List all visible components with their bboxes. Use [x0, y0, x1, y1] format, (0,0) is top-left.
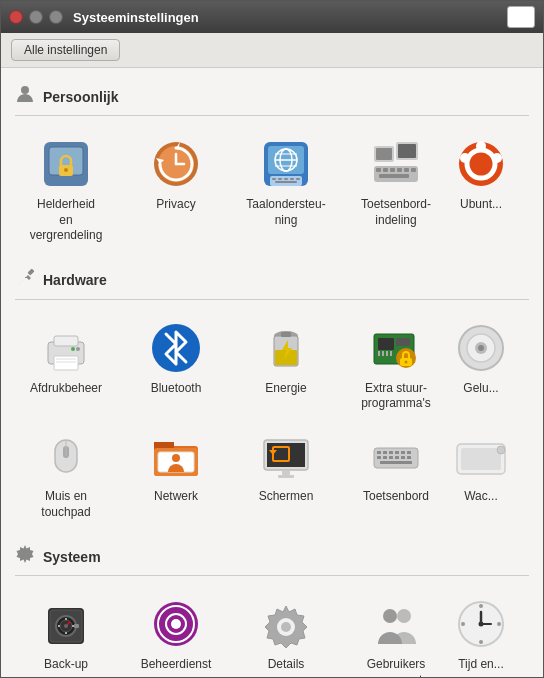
app-icon-energie[interactable]: Energie	[231, 312, 341, 420]
svg-point-46	[76, 347, 80, 351]
svg-rect-25	[398, 144, 416, 158]
svg-rect-28	[383, 168, 388, 172]
privacy-icon-img	[148, 136, 204, 192]
search-input-titlebar[interactable]	[507, 6, 535, 28]
divider-persoonlijk	[15, 115, 529, 116]
app-icon-details[interactable]: Details	[231, 588, 341, 677]
toetsenbord-icon-img	[368, 428, 424, 484]
svg-rect-90	[407, 451, 411, 454]
privacy-label: Privacy	[156, 197, 195, 213]
bluetooth-label: Bluetooth	[151, 381, 202, 397]
main-content: Persoonlijk Helderheidenvergren	[1, 68, 543, 677]
afdrukbeheer-icon-img	[38, 320, 94, 376]
app-icon-extra-stuurprogrammas[interactable]: Extra stuur-programma's	[341, 312, 451, 420]
beheerdienst-icon-img	[148, 596, 204, 652]
svg-rect-99	[461, 448, 501, 470]
svg-rect-32	[411, 168, 416, 172]
backup-icon-img	[38, 596, 94, 652]
schermen-label: Schermen	[259, 489, 314, 505]
maximize-button[interactable]	[49, 10, 63, 24]
netwerk-label: Netwerk	[154, 489, 198, 505]
svg-point-128	[479, 622, 484, 627]
toetsenbord-label: Toetsenbord	[363, 489, 429, 505]
section-label-systeem: Systeem	[43, 549, 101, 565]
app-icon-wacom[interactable]: Wac...	[451, 420, 511, 528]
beheerdienst-label: Beheerdienst	[141, 657, 212, 673]
svg-rect-21	[275, 181, 297, 183]
muis-touchpad-icon-img	[38, 428, 94, 484]
svg-rect-88	[395, 451, 399, 454]
app-icon-gebruikers[interactable]: Gebruikersen accounts	[341, 588, 451, 677]
svg-rect-92	[383, 456, 387, 459]
svg-rect-31	[404, 168, 409, 172]
app-icon-schermen[interactable]: Schermen	[231, 420, 341, 528]
toolbar: Alle instellingen	[1, 33, 543, 68]
svg-point-47	[71, 347, 75, 351]
app-icon-geluid[interactable]: Gelu...	[451, 312, 511, 420]
svg-rect-17	[278, 178, 282, 180]
app-icon-muis-touchpad[interactable]: Muis entouchpad	[11, 420, 121, 528]
svg-rect-16	[272, 178, 276, 180]
window-controls	[9, 10, 63, 24]
svg-rect-61	[390, 351, 392, 356]
app-icon-privacy[interactable]: Privacy	[121, 128, 231, 252]
svg-point-116	[171, 619, 181, 629]
svg-point-111	[64, 624, 68, 628]
svg-rect-95	[401, 456, 405, 459]
svg-rect-97	[380, 461, 412, 464]
section-header-hardware: Hardware	[1, 262, 543, 297]
svg-point-36	[476, 141, 486, 151]
app-icon-netwerk[interactable]: Netwerk	[121, 420, 231, 528]
svg-point-100	[497, 446, 505, 454]
ubuntu-label: Ubunt...	[460, 197, 502, 213]
svg-rect-19	[290, 178, 294, 180]
toetsenbord-indeling-label: Toetsenbord-indeling	[361, 197, 431, 228]
svg-rect-57	[396, 338, 410, 346]
svg-rect-91	[377, 456, 381, 459]
svg-rect-29	[390, 168, 395, 172]
extra-stuurprogrammas-icon-img	[368, 320, 424, 376]
svg-rect-85	[377, 451, 381, 454]
svg-point-125	[497, 622, 501, 626]
energie-label: Energie	[265, 381, 306, 397]
back-button[interactable]: Alle instellingen	[11, 39, 120, 61]
app-icon-beheerdienst[interactable]: Beheerdienst	[121, 588, 231, 677]
divider-systeem	[15, 575, 529, 576]
svg-rect-39	[27, 268, 34, 275]
app-icon-helderheid[interactable]: Helderheidenvergrendeling	[11, 128, 121, 252]
svg-rect-43	[54, 356, 78, 370]
person-icon	[15, 84, 35, 109]
svg-point-5	[64, 168, 68, 172]
svg-point-118	[281, 622, 291, 632]
section-header-systeem: Systeem	[1, 538, 543, 573]
svg-rect-33	[379, 174, 409, 178]
svg-point-64	[405, 360, 408, 363]
wacom-label: Wac...	[464, 489, 498, 505]
close-button[interactable]	[9, 10, 23, 24]
svg-rect-89	[401, 451, 405, 454]
details-label: Details	[268, 657, 305, 673]
taalondersteuning-icon-img	[258, 136, 314, 192]
svg-rect-86	[383, 451, 387, 454]
app-icon-toetsenbord-indeling[interactable]: Toetsenbord-indeling	[341, 128, 451, 252]
svg-point-120	[383, 609, 397, 623]
svg-rect-20	[296, 178, 300, 180]
app-icon-bluetooth[interactable]: Bluetooth	[121, 312, 231, 420]
svg-rect-53	[281, 332, 291, 337]
svg-point-119	[397, 609, 411, 623]
svg-rect-83	[278, 475, 294, 478]
systeem-grid: Back-up Beheerdienst	[1, 584, 543, 677]
app-icon-ubuntu[interactable]: Ubunt...	[451, 128, 511, 252]
app-icon-afdrukbeheer[interactable]: Afdrukbeheer	[11, 312, 121, 420]
app-icon-taalondersteuning[interactable]: Taalondersteu-ning	[231, 128, 341, 252]
app-icon-backup[interactable]: Back-up	[11, 588, 121, 677]
window-title: Systeeminstellingen	[73, 10, 507, 25]
app-icon-tijd[interactable]: Tijd en...	[451, 588, 511, 677]
minimize-button[interactable]	[29, 10, 43, 24]
tijd-icon-img	[453, 596, 509, 652]
app-icon-toetsenbord[interactable]: Toetsenbord	[341, 420, 451, 528]
svg-rect-82	[282, 470, 290, 475]
svg-rect-94	[395, 456, 399, 459]
section-label-persoonlijk: Persoonlijk	[43, 89, 118, 105]
afdrukbeheer-label: Afdrukbeheer	[30, 381, 102, 397]
